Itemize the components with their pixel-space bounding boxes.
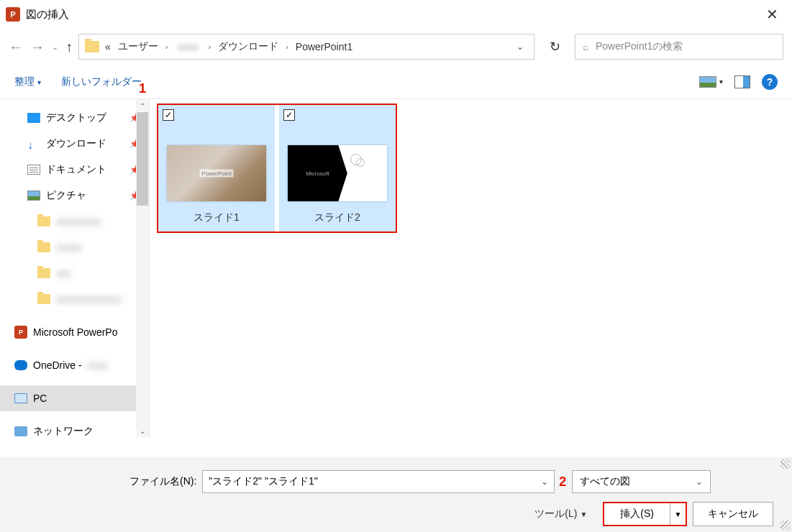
- scrollbar[interactable]: ⌃ ⌄: [136, 99, 149, 437]
- scroll-up-icon[interactable]: ⌃: [136, 99, 149, 112]
- breadcrumb-item[interactable]: ダウンロード: [217, 40, 280, 53]
- chevron-down-icon: ▼: [580, 510, 587, 518]
- thumbnail-text: Microsoft: [288, 145, 347, 201]
- breadcrumb-item[interactable]: PowerPoint1: [294, 41, 354, 52]
- sidebar-item-network[interactable]: ネットワーク: [0, 418, 149, 437]
- folder-icon: [37, 294, 50, 304]
- sidebar-item-label: PC: [33, 393, 47, 404]
- main-area: デスクトップ 📌 ダウンロード 📌 ドキュメント 📌 ピクチャ 📌 xxxxxx…: [0, 99, 792, 437]
- sidebar-item-label-blurred: xxx: [56, 267, 71, 279]
- nav-forward-icon: →: [30, 39, 45, 55]
- file-name: スライド2: [283, 207, 391, 230]
- powerpoint-app-icon: P: [6, 7, 20, 22]
- sidebar-item-label: ピクチャ: [46, 189, 86, 202]
- desktop-icon: [27, 113, 40, 123]
- nav-arrows: ← → ⌄ ↑: [9, 39, 73, 55]
- annotation-2: 2: [559, 474, 566, 490]
- sidebar-item-downloads[interactable]: ダウンロード 📌: [0, 131, 149, 157]
- insert-button-label: 挿入(S): [604, 503, 670, 525]
- annotation-1: 1: [139, 81, 146, 96]
- sidebar-item-folder[interactable]: xxx: [0, 260, 149, 286]
- sidebar-item-label-blurred: xxxxx: [56, 242, 81, 253]
- file-name: スライド1: [163, 207, 270, 230]
- file-list[interactable]: ✓ スライド1 ✓ Microsoft スライド2: [150, 99, 792, 437]
- preview-pane-button[interactable]: [734, 75, 750, 88]
- file-item[interactable]: ✓ スライド1: [158, 105, 275, 231]
- selection-highlight: ✓ スライド1 ✓ Microsoft スライド2: [157, 104, 397, 233]
- search-placeholder: PowerPoint1の検索: [596, 40, 683, 53]
- cancel-button[interactable]: キャンセル: [693, 502, 773, 526]
- pictures-icon: [27, 191, 40, 201]
- pc-icon: [14, 393, 27, 403]
- chevron-down-icon: ⌄: [696, 477, 703, 487]
- resize-grip-icon[interactable]: [780, 520, 791, 531]
- new-folder-button[interactable]: 新しいフォルダー: [61, 75, 142, 88]
- insert-button[interactable]: 挿入(S) ▼: [603, 502, 687, 526]
- checkbox-icon[interactable]: ✓: [283, 109, 295, 121]
- filter-value: すべての図: [580, 475, 630, 488]
- view-mode-button[interactable]: ▾: [699, 76, 723, 88]
- address-bar[interactable]: « ユーザー › xxxx › ダウンロード › PowerPoint1 ⌄: [78, 34, 534, 60]
- nav-back-icon[interactable]: ←: [9, 39, 23, 55]
- sidebar-item-label: ドキュメント: [46, 163, 106, 176]
- chevron-right-icon[interactable]: ›: [206, 42, 212, 51]
- insert-dropdown-icon[interactable]: ▼: [670, 503, 686, 525]
- search-icon: ⌕: [583, 41, 588, 52]
- navbar: ← → ⌄ ↑ « ユーザー › xxxx › ダウンロード › PowerPo…: [0, 29, 792, 65]
- scrollbar-thumb[interactable]: [137, 112, 148, 206]
- folder-icon: [37, 216, 50, 226]
- chevron-right-icon[interactable]: ›: [164, 42, 170, 51]
- bottom-panel: ファイル名(N): "スライド2" "スライド1" ⌄ 2 すべての図 ⌄ ツー…: [0, 457, 792, 532]
- picture-icon: [699, 76, 716, 88]
- filter-select[interactable]: すべての図 ⌄: [572, 470, 711, 493]
- sidebar-item-label-blurred: xxxxxxxxx: [56, 216, 101, 227]
- file-item[interactable]: ✓ Microsoft スライド2: [279, 105, 396, 231]
- dialog-title: 図の挿入: [26, 8, 69, 22]
- sidebar-item-powerpoint[interactable]: P Microsoft PowerPo: [0, 319, 149, 345]
- scroll-down-icon[interactable]: ⌄: [136, 424, 149, 437]
- refresh-button[interactable]: ↻: [540, 34, 569, 60]
- folder-icon: [85, 41, 99, 52]
- sidebar-item-folder[interactable]: xxxxx: [0, 234, 149, 260]
- close-button[interactable]: ✕: [757, 6, 786, 23]
- filename-input[interactable]: "スライド2" "スライド1" ⌄: [202, 470, 555, 493]
- titlebar: P 図の挿入 ✕: [0, 0, 792, 29]
- sidebar-item-pictures[interactable]: ピクチャ 📌: [0, 183, 149, 208]
- nav-recent-dropdown[interactable]: ⌄: [52, 42, 58, 52]
- sidebar-item-folder[interactable]: xxxxxxxxx: [0, 208, 149, 234]
- network-icon: [14, 426, 27, 436]
- sidebar: デスクトップ 📌 ダウンロード 📌 ドキュメント 📌 ピクチャ 📌 xxxxxx…: [0, 99, 150, 437]
- folder-icon: [37, 242, 50, 252]
- sidebar-item-pc[interactable]: PC: [0, 385, 149, 411]
- breadcrumb-prefix: «: [104, 41, 112, 52]
- sidebar-item-label: OneDrive -: [33, 359, 82, 371]
- sidebar-item-documents[interactable]: ドキュメント 📌: [0, 157, 149, 183]
- chevron-right-icon[interactable]: ›: [284, 42, 290, 51]
- organize-button[interactable]: 整理 ▾: [14, 75, 41, 88]
- sidebar-item-folder[interactable]: xxxxxxxxxxxxx: [0, 286, 149, 312]
- sidebar-item-onedrive[interactable]: OneDrive - xxxx: [0, 352, 149, 378]
- resize-grip-icon[interactable]: [780, 459, 791, 469]
- nav-up-icon[interactable]: ↑: [65, 39, 73, 55]
- sidebar-item-label-blurred: xxxx: [88, 359, 108, 371]
- folder-icon: [37, 268, 50, 278]
- filename-label: ファイル名(N):: [129, 475, 196, 488]
- breadcrumb-item-blurred[interactable]: xxxx: [173, 41, 202, 52]
- address-dropdown-icon[interactable]: ⌄: [516, 42, 528, 52]
- help-button[interactable]: ?: [762, 74, 778, 90]
- checkbox-icon[interactable]: ✓: [163, 109, 174, 121]
- sidebar-item-label-blurred: xxxxxxxxxxxxx: [56, 293, 122, 305]
- onedrive-icon: [14, 360, 27, 370]
- sidebar-item-label: Microsoft PowerPo: [33, 326, 117, 338]
- chevron-down-icon[interactable]: ⌄: [541, 477, 548, 487]
- powerpoint-icon: P: [14, 326, 27, 339]
- chevron-down-icon: ▾: [719, 78, 723, 86]
- search-box[interactable]: ⌕ PowerPoint1の検索: [575, 34, 783, 60]
- toolbar: 整理 ▾ 新しいフォルダー 1 ▾ ?: [0, 65, 792, 99]
- tools-button[interactable]: ツール(L) ▼: [534, 508, 587, 520]
- breadcrumb-item[interactable]: ユーザー: [117, 40, 160, 53]
- sidebar-item-label: ネットワーク: [33, 425, 94, 437]
- sidebar-item-label: ダウンロード: [46, 137, 106, 150]
- sidebar-item-desktop[interactable]: デスクトップ 📌: [0, 105, 149, 131]
- filename-value: "スライド2" "スライド1": [209, 475, 317, 488]
